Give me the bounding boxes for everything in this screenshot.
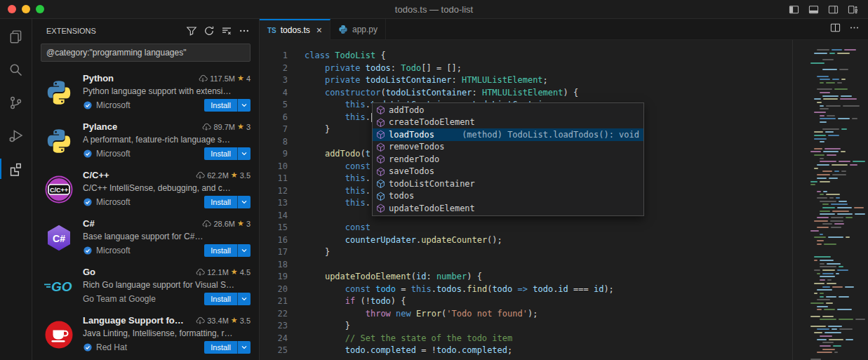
toggle-primary-sidebar-icon[interactable] bbox=[789, 4, 799, 15]
svg-text:C#: C# bbox=[53, 233, 65, 244]
minimize-window-button[interactable] bbox=[22, 5, 30, 13]
toggle-panel-icon[interactable] bbox=[808, 4, 819, 15]
suggestion-item[interactable]: todoListContainer bbox=[373, 178, 643, 190]
more-actions-icon[interactable] bbox=[236, 23, 252, 39]
close-window-button[interactable] bbox=[8, 5, 16, 13]
code-text: class TodoList { bbox=[305, 50, 386, 62]
close-icon[interactable]: × bbox=[316, 25, 322, 35]
cpp-extension-icon: C/C++ bbox=[44, 175, 74, 204]
line-number: 20 bbox=[260, 284, 288, 296]
activity-bar-item-run-debug[interactable] bbox=[0, 119, 32, 152]
csharp-extension-icon: C# bbox=[44, 223, 74, 253]
download-count-icon bbox=[201, 219, 211, 229]
publisher-name: Go Team at Google bbox=[83, 294, 156, 304]
code-line[interactable]: 16 counterUpdater.updateCounter(); bbox=[260, 234, 793, 247]
code-line[interactable]: 23 } bbox=[260, 320, 793, 333]
activity-bar-item-source-control[interactable] bbox=[0, 86, 32, 119]
install-dropdown-button[interactable] bbox=[237, 293, 251, 305]
extension-row[interactable]: GOGo12.1M★4.5Rich Go language support fo… bbox=[32, 262, 259, 310]
extension-description: Python language support with extensi… bbox=[83, 86, 251, 96]
extension-details: Python117.5M★4Python language support wi… bbox=[83, 73, 251, 112]
extension-row[interactable]: Pylance89.7M★3A performant, feature-rich… bbox=[32, 116, 259, 165]
code-text: if (!todo) { bbox=[305, 295, 406, 308]
search-icon bbox=[8, 62, 23, 77]
split-editor-icon[interactable] bbox=[830, 22, 841, 36]
symbol-method-icon bbox=[375, 116, 386, 128]
svg-text:GO: GO bbox=[51, 279, 72, 294]
line-number: 25 bbox=[260, 345, 288, 357]
star-icon: ★ bbox=[231, 171, 238, 180]
more-actions-icon[interactable] bbox=[849, 22, 860, 36]
code-line[interactable]: 24 // Set the state of the todo item bbox=[260, 333, 793, 345]
extension-row[interactable]: C#C#28.6M★3Base language support for C#…… bbox=[32, 213, 259, 262]
code-line[interactable]: 4 constructor(todoListContainer: HTMLULi… bbox=[260, 87, 793, 100]
symbol-method-icon bbox=[375, 129, 386, 140]
line-number: 5 bbox=[260, 99, 288, 112]
install-button[interactable]: Install bbox=[204, 147, 237, 160]
code-line[interactable]: 20 const todo = this.todos.find(todo => … bbox=[260, 284, 793, 296]
suggestion-item[interactable]: updateTodoElement bbox=[373, 202, 643, 215]
install-button[interactable]: Install bbox=[204, 99, 237, 112]
extension-row[interactable]: C/C++C/C++62.2M★3.5C/C++ IntelliSense, d… bbox=[32, 165, 259, 213]
install-dropdown-button[interactable] bbox=[237, 99, 251, 112]
python-file-icon bbox=[338, 25, 348, 34]
extension-row[interactable]: Language Support fo…33.4M★3.5Java Lintin… bbox=[32, 310, 259, 359]
code-text: const todo = this.todos.find(todo => tod… bbox=[305, 284, 614, 296]
suggestion-item[interactable]: loadTodos(method) TodoList.loadTodos(): … bbox=[373, 128, 643, 141]
code-line[interactable]: 22 throw new Error('Todo not found'); bbox=[260, 308, 793, 321]
verified-publisher-icon bbox=[83, 342, 93, 352]
extension-list: Python117.5M★4Python language support wi… bbox=[32, 68, 259, 360]
extensions-sidebar: EXTENSIONS Python117.5M★4Python language… bbox=[32, 19, 260, 360]
filter-icon[interactable] bbox=[184, 23, 199, 39]
suggestion-item[interactable]: createTodoElement bbox=[373, 116, 643, 129]
tab-app.py[interactable]: app.py bbox=[330, 19, 386, 39]
toggle-secondary-sidebar-icon[interactable] bbox=[828, 4, 839, 15]
extension-row[interactable]: Python117.5M★4Python language support wi… bbox=[32, 68, 259, 116]
install-button[interactable]: Install bbox=[204, 341, 237, 354]
code-line[interactable]: 17 } bbox=[260, 246, 793, 259]
code-line[interactable]: 21 if (!todo) { bbox=[260, 295, 793, 308]
install-split-button: Install bbox=[204, 147, 251, 160]
activity-bar-item-explorer[interactable] bbox=[0, 20, 32, 53]
activity-bar-item-extensions[interactable] bbox=[0, 152, 32, 185]
code-line[interactable]: 19 updateTodoElement(id: number) { bbox=[260, 271, 793, 284]
suggestion-item[interactable]: todos bbox=[373, 190, 643, 203]
code-line[interactable]: 1class TodoList { bbox=[260, 50, 793, 62]
suggestion-label: saveTodos bbox=[389, 166, 434, 176]
customize-layout-icon[interactable] bbox=[848, 4, 858, 15]
chevron-down-icon bbox=[241, 199, 248, 206]
install-button[interactable]: Install bbox=[204, 244, 237, 257]
minimap[interactable] bbox=[803, 40, 868, 360]
install-button[interactable]: Install bbox=[204, 196, 237, 208]
code-line[interactable]: 2 private todos: Todo[] = []; bbox=[260, 62, 793, 75]
line-number: 15 bbox=[260, 222, 288, 234]
install-button[interactable]: Install bbox=[204, 293, 237, 305]
suggestion-item[interactable]: renderTodo bbox=[373, 153, 643, 166]
code-line[interactable]: 18 bbox=[260, 259, 793, 272]
install-dropdown-button[interactable] bbox=[237, 341, 251, 354]
code-line[interactable]: 25 todo.completed = !todo.completed; bbox=[260, 345, 793, 357]
line-number: 9 bbox=[260, 148, 288, 161]
publisher-name: Microsoft bbox=[96, 197, 131, 207]
extension-search-input[interactable] bbox=[46, 48, 245, 58]
code-line[interactable]: 15 const bbox=[260, 222, 793, 234]
zoom-window-button[interactable] bbox=[36, 5, 44, 13]
code-text: const bbox=[305, 222, 370, 234]
suggestion-label: removeTodos bbox=[389, 142, 444, 152]
install-dropdown-button[interactable] bbox=[237, 196, 251, 208]
extension-search-box[interactable] bbox=[41, 44, 251, 62]
rating-value: 4 bbox=[246, 74, 251, 83]
install-dropdown-button[interactable] bbox=[237, 147, 251, 160]
activity-bar-item-search[interactable] bbox=[0, 53, 32, 86]
tab-todos.ts[interactable]: TStodos.ts× bbox=[260, 19, 330, 40]
code-line[interactable]: 3 private todoListContainer: HTMLUListEl… bbox=[260, 74, 793, 87]
suggestion-item[interactable]: removeTodos bbox=[373, 141, 643, 154]
line-number: 2 bbox=[260, 62, 288, 75]
suggestion-item[interactable]: addTodo bbox=[373, 104, 643, 116]
line-number: 6 bbox=[260, 112, 288, 124]
install-dropdown-button[interactable] bbox=[237, 244, 251, 257]
java-extension-icon bbox=[44, 320, 74, 349]
refresh-icon[interactable] bbox=[201, 23, 217, 39]
clear-extension-search-icon[interactable] bbox=[219, 23, 234, 39]
suggestion-item[interactable]: saveTodos bbox=[373, 166, 643, 178]
